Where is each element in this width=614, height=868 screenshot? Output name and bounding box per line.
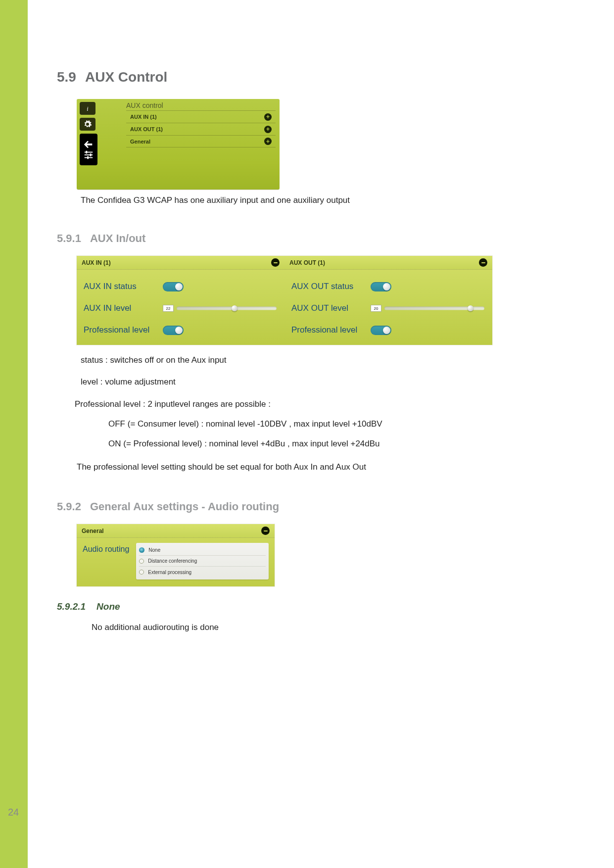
heading-number: 5.9.2 <box>57 500 81 513</box>
gear-icon[interactable] <box>80 118 95 131</box>
panel-title: AUX control <box>126 101 163 109</box>
desc-status: status : switches off or on the Aux inpu… <box>81 354 547 367</box>
aux-in-prof-row: Professional level <box>84 319 278 341</box>
slider-thumb[interactable] <box>468 305 473 311</box>
caption-text: The Confidea G3 WCAP has one auxiliary i… <box>81 195 547 205</box>
aux-in-header[interactable]: AUX IN (1) <box>77 256 284 270</box>
svg-rect-6 <box>87 156 89 159</box>
aux-in-level-slider[interactable]: 22 <box>163 304 277 313</box>
aux-out-header-label: AUX OUT (1) <box>289 259 325 266</box>
heading-title: AUX In/out <box>90 232 145 245</box>
desc-prof-off: OFF (= Consumer level) : nominal level -… <box>108 418 547 431</box>
aux-out-level-value: 20 <box>371 305 381 312</box>
accordion-list: AUX IN (1) + AUX OUT (1) + General + <box>126 110 276 147</box>
general-header[interactable]: General <box>77 524 275 538</box>
info-icon[interactable]: i <box>80 102 95 115</box>
aux-in-prof-toggle[interactable] <box>163 326 184 335</box>
accordion-row-aux-out[interactable]: AUX OUT (1) + <box>126 123 276 135</box>
aux-in-panel: AUX IN (1) AUX IN status AUX IN level 22 <box>77 256 284 345</box>
heading-5-9-1: 5.9.1 AUX In/out <box>57 232 547 245</box>
heading-number: 5.9 <box>57 69 76 85</box>
heading-number: 5.9.2.1 <box>57 601 86 612</box>
desc-prof-intro: Professional level : 2 inputlevel ranges… <box>75 398 547 411</box>
svg-rect-5 <box>90 153 92 156</box>
accordion-label: AUX OUT (1) <box>130 126 163 132</box>
accordion-label: AUX IN (1) <box>130 114 157 120</box>
general-header-label: General <box>82 528 104 534</box>
radio-unselected-icon[interactable] <box>139 559 144 564</box>
aux-in-level-row: AUX IN level 22 <box>84 297 278 319</box>
heading-title: None <box>96 601 120 612</box>
svg-text:i: i <box>87 105 88 112</box>
aux-out-status-label: AUX OUT status <box>291 282 371 291</box>
audio-routing-options: None Distance conferencing External proc… <box>136 543 269 579</box>
svg-rect-2 <box>85 154 93 155</box>
aux-in-level-label: AUX IN level <box>84 303 163 313</box>
desc-prof-on: ON (= Professional level) : nominal leve… <box>108 437 547 450</box>
page-number: 24 <box>8 807 19 818</box>
aux-out-status-row: AUX OUT status <box>291 276 485 297</box>
accordion-label: General <box>130 139 150 145</box>
aux-out-prof-label: Professional level <box>291 325 371 335</box>
aux-out-status-toggle[interactable] <box>371 282 391 291</box>
aux-in-level-value: 22 <box>163 305 174 312</box>
option-external-processing[interactable]: External processing <box>139 567 266 578</box>
aux-out-level-slider[interactable]: 20 <box>371 304 484 313</box>
svg-rect-4 <box>86 151 88 154</box>
aux-out-level-row: AUX OUT level 20 <box>291 297 485 319</box>
expand-icon[interactable]: + <box>264 126 272 133</box>
svg-rect-1 <box>85 152 93 153</box>
side-icons: i <box>77 99 106 190</box>
slider-track <box>177 307 277 310</box>
aux-out-level-label: AUX OUT level <box>291 303 371 313</box>
option-distance-conferencing[interactable]: Distance conferencing <box>139 556 266 567</box>
accordion-row-aux-in[interactable]: AUX IN (1) + <box>126 110 276 123</box>
option-label: Distance conferencing <box>148 558 197 564</box>
collapse-icon[interactable] <box>479 258 487 267</box>
aux-out-prof-toggle[interactable] <box>371 326 391 335</box>
screenshot-general-audio-routing: General Audio routing None Distance conf… <box>77 524 275 586</box>
heading-number: 5.9.1 <box>57 232 81 245</box>
page-content: 5.9 AUX Control i AUX control AUX IN (1)… <box>57 69 547 634</box>
back-and-settings-icon[interactable] <box>80 134 97 165</box>
option-label: External processing <box>148 570 191 575</box>
heading-title: AUX Control <box>85 69 167 85</box>
screenshot-aux-in-out: AUX IN (1) AUX IN status AUX IN level 22 <box>77 256 492 345</box>
aux-out-header[interactable]: AUX OUT (1) <box>284 256 492 270</box>
aux-in-prof-label: Professional level <box>84 325 163 335</box>
aux-in-status-toggle[interactable] <box>163 282 184 291</box>
radio-unselected-icon[interactable] <box>139 570 144 575</box>
aux-in-status-row: AUX IN status <box>84 276 278 297</box>
option-none[interactable]: None <box>139 545 266 556</box>
collapse-icon[interactable] <box>271 258 280 267</box>
aux-out-panel: AUX OUT (1) AUX OUT status AUX OUT level… <box>284 256 492 345</box>
heading-5-9-2-1: 5.9.2.1 None <box>57 601 547 612</box>
accordion-row-general[interactable]: General + <box>126 135 276 147</box>
none-description: No additional audiorouting is done <box>92 621 547 634</box>
heading-title: General Aux settings - Audio routing <box>90 500 279 513</box>
aux-in-status-label: AUX IN status <box>84 282 163 291</box>
heading-5-9-2: 5.9.2 General Aux settings - Audio routi… <box>57 500 547 513</box>
slider-thumb[interactable] <box>232 305 237 311</box>
aux-in-header-label: AUX IN (1) <box>82 259 111 266</box>
page-side-bar <box>0 0 28 868</box>
heading-5-9: 5.9 AUX Control <box>57 69 547 85</box>
screenshot-aux-control-panel: i AUX control AUX IN (1) + AUX OUT (1) +… <box>77 99 280 190</box>
collapse-icon[interactable] <box>261 527 270 535</box>
expand-icon[interactable]: + <box>264 138 272 145</box>
radio-selected-icon[interactable] <box>139 547 144 553</box>
desc-level: level : volume adjustment <box>81 376 547 388</box>
aux-out-prof-row: Professional level <box>291 319 485 341</box>
audio-routing-label: Audio routing <box>83 543 129 579</box>
expand-icon[interactable]: + <box>264 113 272 121</box>
desc-prof-note: The professional level setting should be… <box>77 461 547 474</box>
option-label: None <box>148 547 160 553</box>
